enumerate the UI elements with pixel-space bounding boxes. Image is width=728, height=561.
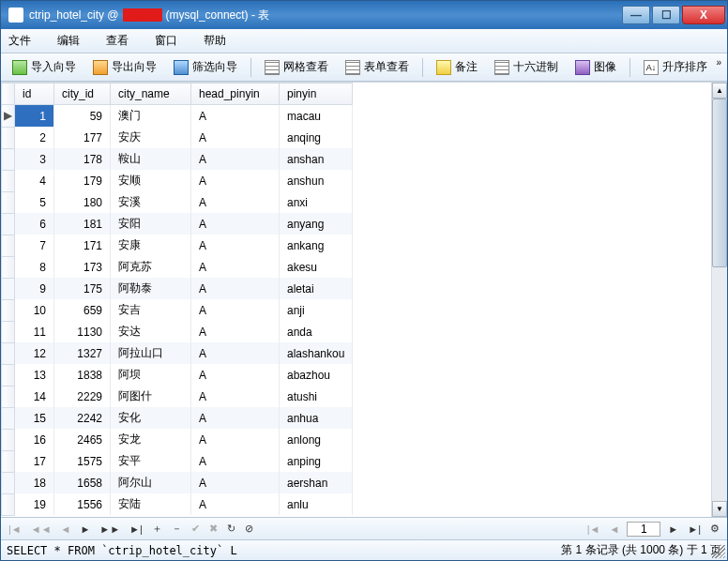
cell-pinyin[interactable]: anyang [280,213,353,235]
cell-city_id[interactable]: 2242 [54,407,111,429]
cell-city_id[interactable]: 175 [54,278,111,299]
cell-pinyin[interactable]: aershan [280,472,353,493]
cell-head_pinyin[interactable]: A [191,493,280,515]
data-grid[interactable]: id city_id city_name head_pinyin pinyin … [1,83,711,517]
row-indicator[interactable] [2,235,15,256]
row-indicator[interactable] [2,429,15,450]
cell-id[interactable]: 11 [15,321,54,342]
row-indicator[interactable] [2,148,15,170]
toolbar-overflow-icon[interactable]: » [716,57,721,68]
cell-pinyin[interactable]: atushi [280,386,353,407]
cell-city_id[interactable]: 1658 [54,472,111,493]
table-row[interactable]: 4179安顺Aanshun [2,170,353,191]
table-row[interactable]: 6181安阳Aanyang [2,213,353,235]
table-row[interactable]: 162465安龙Aanlong [2,429,353,450]
nav-prev-icon[interactable]: ◄ [59,523,73,535]
cell-city_id[interactable]: 181 [54,213,111,235]
table-row[interactable]: 10659安吉Aanji [2,299,353,321]
cell-head_pinyin[interactable]: A [191,429,280,450]
cell-city_name[interactable]: 澳门 [111,105,191,128]
cell-pinyin[interactable]: alashankou [280,342,353,364]
scroll-down-button[interactable]: ▼ [712,501,727,517]
cell-head_pinyin[interactable]: A [191,170,280,191]
image-button[interactable]: 图像 [569,57,622,77]
nav-next-icon[interactable]: ► [78,523,92,535]
nav-first-icon[interactable]: |◄ [7,523,23,535]
table-row[interactable]: ▶159澳门Amacau [2,105,353,128]
cell-id[interactable]: 10 [15,299,54,321]
col-city-id[interactable]: city_id [54,83,111,105]
cell-city_name[interactable]: 阿图什 [111,386,191,407]
table-row[interactable]: 142229阿图什Aatushi [2,386,353,407]
row-indicator[interactable] [2,450,15,472]
cell-head_pinyin[interactable]: A [191,450,280,472]
cell-head_pinyin[interactable]: A [191,213,280,235]
scroll-thumb[interactable] [712,99,727,267]
cell-city_id[interactable]: 178 [54,148,111,170]
cell-city_name[interactable]: 阿坝 [111,364,191,386]
cell-pinyin[interactable]: ankang [280,235,353,256]
cell-pinyin[interactable]: anhua [280,407,353,429]
nav-next-page-icon[interactable]: ►► [98,523,122,535]
menu-file[interactable]: 文件 [8,33,31,49]
cell-city_name[interactable]: 安龙 [111,429,191,450]
cell-head_pinyin[interactable]: A [191,235,280,256]
cell-city_id[interactable]: 2229 [54,386,111,407]
row-indicator[interactable] [2,191,15,213]
cell-id[interactable]: 19 [15,493,54,515]
cell-id[interactable]: 5 [15,191,54,213]
cell-head_pinyin[interactable]: A [191,148,280,170]
cell-head_pinyin[interactable]: A [191,127,280,148]
cell-id[interactable]: 13 [15,364,54,386]
row-indicator[interactable] [2,299,15,321]
cell-city_id[interactable]: 179 [54,170,111,191]
cell-city_name[interactable]: 安阳 [111,213,191,235]
cell-id[interactable]: 9 [15,278,54,299]
sort-asc-button[interactable]: A↓升序排序 [638,57,713,77]
col-city-name[interactable]: city_name [111,83,191,105]
cell-city_id[interactable]: 177 [54,127,111,148]
table-row[interactable]: 181658阿尔山Aaershan [2,472,353,493]
page-settings-icon[interactable]: ⚙ [708,523,721,535]
cell-head_pinyin[interactable]: A [191,278,280,299]
cell-pinyin[interactable]: anda [280,321,353,342]
row-indicator[interactable] [2,407,15,429]
cell-city_name[interactable]: 阿勒泰 [111,278,191,299]
import-wizard-button[interactable]: 导入向导 [7,57,82,77]
row-indicator[interactable] [2,321,15,342]
grid-view-button[interactable]: 网格查看 [259,57,334,77]
close-button[interactable]: X [682,6,725,24]
page-last-icon[interactable]: ►| [686,523,703,535]
cell-head_pinyin[interactable]: A [191,299,280,321]
maximize-button[interactable]: ☐ [652,6,680,24]
page-input[interactable] [627,522,660,537]
cell-city_id[interactable]: 1556 [54,493,111,515]
cell-pinyin[interactable]: anji [280,299,353,321]
cell-head_pinyin[interactable]: A [191,364,280,386]
cell-city_id[interactable]: 59 [54,105,111,128]
cell-city_id[interactable]: 1130 [54,321,111,342]
table-row[interactable]: 111130安达Aanda [2,321,353,342]
cell-pinyin[interactable]: anxi [280,191,353,213]
cell-city_name[interactable]: 安化 [111,407,191,429]
cell-pinyin[interactable]: anlu [280,493,353,515]
cell-pinyin[interactable]: anping [280,450,353,472]
cell-head_pinyin[interactable]: A [191,342,280,364]
row-indicator[interactable] [2,256,15,278]
minimize-button[interactable]: — [622,6,650,24]
menu-help[interactable]: 帮助 [204,33,226,49]
nav-delete-icon[interactable]: － [170,522,184,536]
cell-head_pinyin[interactable]: A [191,256,280,278]
cell-city_name[interactable]: 安溪 [111,191,191,213]
nav-last-icon[interactable]: ►| [128,523,144,535]
cell-city_id[interactable]: 1575 [54,450,111,472]
cell-id[interactable]: 7 [15,235,54,256]
cell-head_pinyin[interactable]: A [191,321,280,342]
row-indicator[interactable] [2,493,15,515]
cell-head_pinyin[interactable]: A [191,407,280,429]
cell-city_name[interactable]: 安庆 [111,127,191,148]
nav-refresh-icon[interactable]: ↻ [225,523,237,535]
row-indicator[interactable]: ▶ [2,105,15,128]
cell-id[interactable]: 4 [15,170,54,191]
menu-window[interactable]: 窗口 [155,33,177,49]
